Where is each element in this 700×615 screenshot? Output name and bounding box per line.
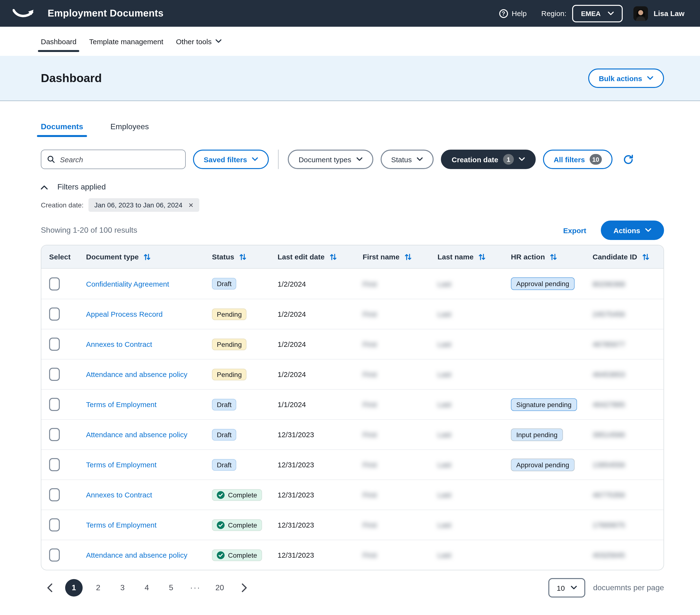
export-link[interactable]: Export <box>563 226 586 234</box>
document-type-link[interactable]: Attendance and absence policy <box>86 551 187 559</box>
candidate-id-redacted: 24575456 <box>592 310 625 318</box>
documents-table: SelectDocument typeStatusLast edit dateF… <box>41 245 664 570</box>
document-type-link[interactable]: Terms of Employment <box>86 400 157 409</box>
last-edit-date: 1/2/2024 <box>278 310 306 318</box>
search-input[interactable] <box>60 155 179 164</box>
row-checkbox[interactable] <box>49 549 60 562</box>
app-title: Employment Documents <box>48 8 164 19</box>
document-type-link[interactable]: Terms of Employment <box>86 521 157 529</box>
column-header-document-type[interactable]: Document type <box>86 253 212 261</box>
cell-last-edit-date: 12/31/2023 <box>278 521 363 529</box>
cell-last-edit-date: 1/2/2024 <box>278 370 363 379</box>
document-type-link[interactable]: Annexes to Contract <box>86 340 152 348</box>
row-checkbox[interactable] <box>49 458 60 471</box>
tab-employees[interactable]: Employees <box>110 123 149 137</box>
row-checkbox[interactable] <box>49 488 60 501</box>
cell-last-name: Last <box>438 340 511 348</box>
row-checkbox[interactable] <box>49 338 60 351</box>
next-page-button[interactable] <box>235 579 253 597</box>
status-badge-complete: Complete <box>212 489 262 501</box>
table-row: Annexes to ContractPending1/2/2024FirstL… <box>41 329 664 359</box>
cell-select <box>41 338 86 351</box>
main-nav: Dashboard Template management Other tool… <box>0 27 700 56</box>
pagination-bar: 12345···20 10 docuemnts per page <box>41 578 664 598</box>
filters-applied-toggle[interactable]: Filters applied <box>41 183 664 191</box>
document-types-filter-button[interactable]: Document types <box>288 150 373 169</box>
chevron-down-icon <box>647 76 653 80</box>
page-button-2[interactable]: 2 <box>89 579 107 597</box>
column-header-last-name[interactable]: Last name <box>438 253 511 261</box>
row-checkbox[interactable] <box>49 368 60 381</box>
top-bar: Employment Documents ? Help Region: EMEA… <box>0 0 700 27</box>
last-edit-date: 1/2/2024 <box>278 280 306 288</box>
cell-first-name: First <box>363 370 438 379</box>
search-box <box>41 150 186 169</box>
cell-document-type: Annexes to Contract <box>86 340 212 348</box>
cell-candidate-id: 40325645 <box>592 551 664 559</box>
cell-select <box>41 428 86 441</box>
row-checkbox[interactable] <box>49 307 60 321</box>
previous-page-button[interactable] <box>41 579 58 597</box>
help-button[interactable]: ? Help <box>499 9 527 18</box>
cell-last-edit-date: 12/31/2023 <box>278 491 363 499</box>
tab-documents[interactable]: Documents <box>41 123 83 137</box>
cell-document-type: Terms of Employment <box>86 400 212 409</box>
nav-item-label: Dashboard <box>41 37 77 46</box>
status-label: Pending <box>217 310 242 318</box>
row-checkbox[interactable] <box>49 428 60 441</box>
bulk-actions-button[interactable]: Bulk actions <box>588 68 664 88</box>
page-size-control: 10 docuemnts per page <box>548 578 664 598</box>
column-header-candidate-id[interactable]: Candidate ID <box>592 253 664 261</box>
column-header-first-name[interactable]: First name <box>363 253 438 261</box>
table-row: Terms of EmploymentDraft1/1/2024FirstLas… <box>41 389 664 419</box>
column-header-last-edit-date[interactable]: Last edit date <box>278 253 363 261</box>
creation-date-filter-button[interactable]: Creation date 1 <box>441 150 536 169</box>
cell-last-name: Last <box>438 431 511 439</box>
sort-icon <box>642 253 649 261</box>
page-button-1[interactable]: 1 <box>65 579 83 597</box>
status-filter-label: Status <box>391 155 412 164</box>
chevron-down-icon <box>571 586 577 590</box>
page-button-20[interactable]: 20 <box>211 579 228 597</box>
column-header-hr-action[interactable]: HR action <box>511 253 592 261</box>
hr-action-badge: Input pending <box>511 428 563 441</box>
nav-item-other-tools[interactable]: Other tools <box>176 27 222 56</box>
page-button-4[interactable]: 4 <box>138 579 155 597</box>
document-type-link[interactable]: Terms of Employment <box>86 461 157 469</box>
remove-filter-icon[interactable]: ✕ <box>188 201 194 209</box>
cell-first-name: First <box>363 340 438 348</box>
nav-item-dashboard[interactable]: Dashboard <box>41 27 77 56</box>
refresh-button[interactable] <box>623 154 634 165</box>
row-checkbox[interactable] <box>49 518 60 531</box>
hr-action-badge: Approval pending <box>511 277 575 290</box>
nav-item-template-management[interactable]: Template management <box>89 27 163 56</box>
document-type-link[interactable]: Appeal Process Record <box>86 310 163 318</box>
all-filters-button[interactable]: All filters 10 <box>543 150 612 169</box>
document-type-link[interactable]: Attendance and absence policy <box>86 370 187 379</box>
actions-button[interactable]: Actions <box>601 220 664 240</box>
status-filter-button[interactable]: Status <box>380 150 434 169</box>
sort-icon <box>143 253 151 261</box>
page-button-3[interactable]: 3 <box>114 579 131 597</box>
cell-last-name: Last <box>438 551 511 559</box>
saved-filters-button[interactable]: Saved filters <box>193 150 269 169</box>
help-label: Help <box>512 9 527 17</box>
page-size-select[interactable]: 10 <box>548 578 585 598</box>
cell-select <box>41 307 86 321</box>
column-header-status[interactable]: Status <box>212 253 278 261</box>
document-type-link[interactable]: Attendance and absence policy <box>86 431 187 439</box>
candidate-id-redacted: 46453653 <box>592 370 625 379</box>
document-type-link[interactable]: Annexes to Contract <box>86 491 152 499</box>
document-type-link[interactable]: Confidentiality Agreement <box>86 280 169 288</box>
nav-item-label: Template management <box>89 37 163 46</box>
tab-label: Employees <box>110 123 149 131</box>
row-checkbox[interactable] <box>49 398 60 411</box>
first-name-redacted: First <box>363 551 377 559</box>
cell-status: Pending <box>212 338 278 350</box>
row-checkbox[interactable] <box>49 277 60 290</box>
candidate-id-redacted: 46785677 <box>592 340 625 348</box>
cell-first-name: First <box>363 400 438 409</box>
region-select[interactable]: EMEA <box>572 4 623 22</box>
page-button-5[interactable]: 5 <box>162 579 180 597</box>
user-avatar[interactable] <box>633 6 648 21</box>
